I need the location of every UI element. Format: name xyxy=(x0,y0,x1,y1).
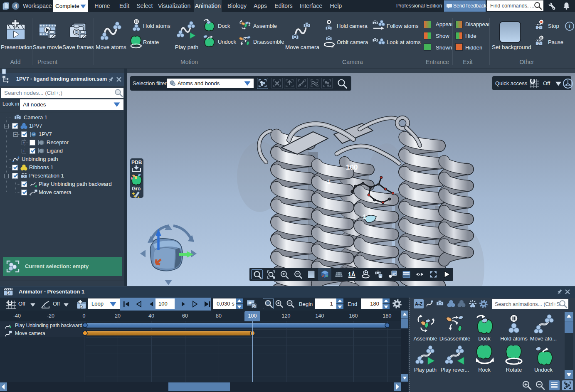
svg-text:1: 1 xyxy=(327,178,331,185)
svg-text:4: 4 xyxy=(14,3,17,9)
svg-text:1Å: 1Å xyxy=(348,271,355,278)
svg-text:i: i xyxy=(569,23,570,30)
svg-text:M: M xyxy=(32,133,35,136)
svg-text:1: 1 xyxy=(363,213,366,220)
svg-text:100: 100 xyxy=(346,163,358,171)
